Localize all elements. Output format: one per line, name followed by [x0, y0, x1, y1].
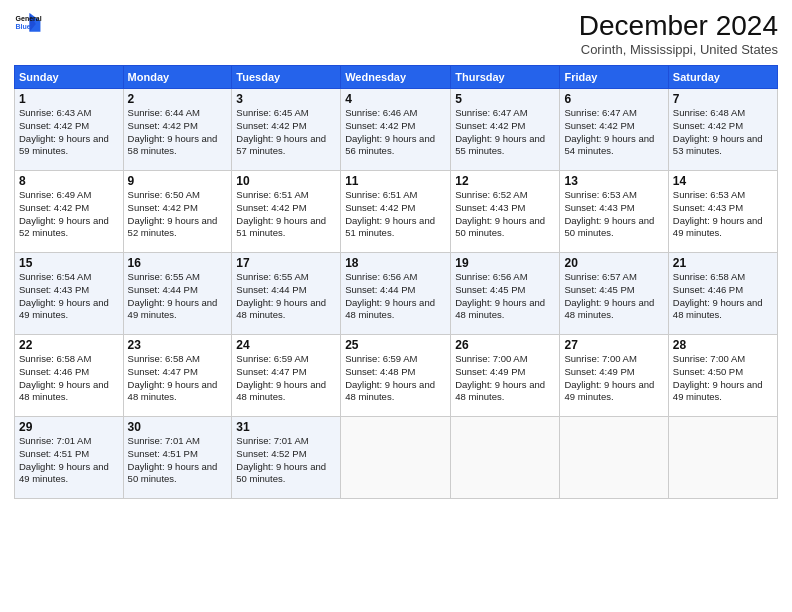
day-info: Sunrise: 7:01 AMSunset: 4:51 PMDaylight:… [128, 435, 228, 486]
calendar-day: 22Sunrise: 6:58 AMSunset: 4:46 PMDayligh… [15, 335, 124, 417]
day-info: Sunrise: 6:54 AMSunset: 4:43 PMDaylight:… [19, 271, 119, 322]
day-info: Sunrise: 6:48 AMSunset: 4:42 PMDaylight:… [673, 107, 773, 158]
weekday-header: Sunday [15, 66, 124, 89]
day-info: Sunrise: 6:58 AMSunset: 4:46 PMDaylight:… [673, 271, 773, 322]
day-number: 5 [455, 92, 555, 106]
day-info: Sunrise: 6:59 AMSunset: 4:47 PMDaylight:… [236, 353, 336, 404]
svg-text:General: General [16, 15, 42, 22]
day-number: 9 [128, 174, 228, 188]
calendar-day [341, 417, 451, 499]
calendar-day: 6Sunrise: 6:47 AMSunset: 4:42 PMDaylight… [560, 89, 668, 171]
day-info: Sunrise: 6:45 AMSunset: 4:42 PMDaylight:… [236, 107, 336, 158]
day-info: Sunrise: 6:55 AMSunset: 4:44 PMDaylight:… [236, 271, 336, 322]
weekday-header: Friday [560, 66, 668, 89]
day-info: Sunrise: 6:43 AMSunset: 4:42 PMDaylight:… [19, 107, 119, 158]
day-number: 25 [345, 338, 446, 352]
day-number: 19 [455, 256, 555, 270]
day-info: Sunrise: 6:56 AMSunset: 4:45 PMDaylight:… [455, 271, 555, 322]
day-number: 6 [564, 92, 663, 106]
day-number: 29 [19, 420, 119, 434]
day-info: Sunrise: 7:01 AMSunset: 4:52 PMDaylight:… [236, 435, 336, 486]
day-info: Sunrise: 7:00 AMSunset: 4:49 PMDaylight:… [455, 353, 555, 404]
day-number: 2 [128, 92, 228, 106]
calendar-day: 4Sunrise: 6:46 AMSunset: 4:42 PMDaylight… [341, 89, 451, 171]
page-subtitle: Corinth, Mississippi, United States [579, 42, 778, 57]
day-number: 26 [455, 338, 555, 352]
calendar-day: 2Sunrise: 6:44 AMSunset: 4:42 PMDaylight… [123, 89, 232, 171]
calendar-day: 30Sunrise: 7:01 AMSunset: 4:51 PMDayligh… [123, 417, 232, 499]
day-info: Sunrise: 7:00 AMSunset: 4:50 PMDaylight:… [673, 353, 773, 404]
day-info: Sunrise: 6:58 AMSunset: 4:46 PMDaylight:… [19, 353, 119, 404]
calendar-day: 20Sunrise: 6:57 AMSunset: 4:45 PMDayligh… [560, 253, 668, 335]
calendar-day [451, 417, 560, 499]
day-info: Sunrise: 6:55 AMSunset: 4:44 PMDaylight:… [128, 271, 228, 322]
day-number: 1 [19, 92, 119, 106]
day-info: Sunrise: 6:57 AMSunset: 4:45 PMDaylight:… [564, 271, 663, 322]
calendar-body: 1Sunrise: 6:43 AMSunset: 4:42 PMDaylight… [15, 89, 778, 499]
calendar-day: 10Sunrise: 6:51 AMSunset: 4:42 PMDayligh… [232, 171, 341, 253]
weekday-header: Thursday [451, 66, 560, 89]
day-info: Sunrise: 7:01 AMSunset: 4:51 PMDaylight:… [19, 435, 119, 486]
day-number: 14 [673, 174, 773, 188]
calendar-week: 22Sunrise: 6:58 AMSunset: 4:46 PMDayligh… [15, 335, 778, 417]
calendar-day: 9Sunrise: 6:50 AMSunset: 4:42 PMDaylight… [123, 171, 232, 253]
day-number: 8 [19, 174, 119, 188]
day-number: 16 [128, 256, 228, 270]
calendar-day: 31Sunrise: 7:01 AMSunset: 4:52 PMDayligh… [232, 417, 341, 499]
logo-icon: General Blue [14, 10, 42, 38]
page-title: December 2024 [579, 10, 778, 42]
calendar-week: 1Sunrise: 6:43 AMSunset: 4:42 PMDaylight… [15, 89, 778, 171]
calendar-day: 29Sunrise: 7:01 AMSunset: 4:51 PMDayligh… [15, 417, 124, 499]
day-number: 4 [345, 92, 446, 106]
calendar-header: SundayMondayTuesdayWednesdayThursdayFrid… [15, 66, 778, 89]
day-number: 11 [345, 174, 446, 188]
day-number: 15 [19, 256, 119, 270]
day-number: 28 [673, 338, 773, 352]
day-info: Sunrise: 6:46 AMSunset: 4:42 PMDaylight:… [345, 107, 446, 158]
day-info: Sunrise: 7:00 AMSunset: 4:49 PMDaylight:… [564, 353, 663, 404]
day-number: 27 [564, 338, 663, 352]
day-info: Sunrise: 6:44 AMSunset: 4:42 PMDaylight:… [128, 107, 228, 158]
page-header: General Blue December 2024 Corinth, Miss… [14, 10, 778, 57]
day-info: Sunrise: 6:50 AMSunset: 4:42 PMDaylight:… [128, 189, 228, 240]
calendar-day: 15Sunrise: 6:54 AMSunset: 4:43 PMDayligh… [15, 253, 124, 335]
calendar-day [560, 417, 668, 499]
day-number: 18 [345, 256, 446, 270]
calendar-day: 16Sunrise: 6:55 AMSunset: 4:44 PMDayligh… [123, 253, 232, 335]
day-info: Sunrise: 6:59 AMSunset: 4:48 PMDaylight:… [345, 353, 446, 404]
calendar-day: 25Sunrise: 6:59 AMSunset: 4:48 PMDayligh… [341, 335, 451, 417]
day-number: 10 [236, 174, 336, 188]
calendar-day: 19Sunrise: 6:56 AMSunset: 4:45 PMDayligh… [451, 253, 560, 335]
day-number: 30 [128, 420, 228, 434]
calendar-day: 28Sunrise: 7:00 AMSunset: 4:50 PMDayligh… [668, 335, 777, 417]
calendar-day: 3Sunrise: 6:45 AMSunset: 4:42 PMDaylight… [232, 89, 341, 171]
calendar-day: 18Sunrise: 6:56 AMSunset: 4:44 PMDayligh… [341, 253, 451, 335]
day-number: 17 [236, 256, 336, 270]
day-number: 13 [564, 174, 663, 188]
calendar-day: 7Sunrise: 6:48 AMSunset: 4:42 PMDaylight… [668, 89, 777, 171]
weekday-row: SundayMondayTuesdayWednesdayThursdayFrid… [15, 66, 778, 89]
svg-text:Blue: Blue [16, 23, 31, 30]
day-number: 31 [236, 420, 336, 434]
day-number: 20 [564, 256, 663, 270]
day-number: 21 [673, 256, 773, 270]
day-number: 12 [455, 174, 555, 188]
calendar-week: 15Sunrise: 6:54 AMSunset: 4:43 PMDayligh… [15, 253, 778, 335]
calendar-week: 8Sunrise: 6:49 AMSunset: 4:42 PMDaylight… [15, 171, 778, 253]
day-info: Sunrise: 6:51 AMSunset: 4:42 PMDaylight:… [236, 189, 336, 240]
day-info: Sunrise: 6:49 AMSunset: 4:42 PMDaylight:… [19, 189, 119, 240]
calendar-week: 29Sunrise: 7:01 AMSunset: 4:51 PMDayligh… [15, 417, 778, 499]
calendar-day: 17Sunrise: 6:55 AMSunset: 4:44 PMDayligh… [232, 253, 341, 335]
day-info: Sunrise: 6:56 AMSunset: 4:44 PMDaylight:… [345, 271, 446, 322]
weekday-header: Saturday [668, 66, 777, 89]
title-block: December 2024 Corinth, Mississippi, Unit… [579, 10, 778, 57]
day-number: 7 [673, 92, 773, 106]
day-info: Sunrise: 6:52 AMSunset: 4:43 PMDaylight:… [455, 189, 555, 240]
calendar-day: 1Sunrise: 6:43 AMSunset: 4:42 PMDaylight… [15, 89, 124, 171]
weekday-header: Monday [123, 66, 232, 89]
calendar-day: 27Sunrise: 7:00 AMSunset: 4:49 PMDayligh… [560, 335, 668, 417]
calendar-day: 8Sunrise: 6:49 AMSunset: 4:42 PMDaylight… [15, 171, 124, 253]
calendar-day: 11Sunrise: 6:51 AMSunset: 4:42 PMDayligh… [341, 171, 451, 253]
logo: General Blue [14, 10, 42, 38]
day-info: Sunrise: 6:47 AMSunset: 4:42 PMDaylight:… [455, 107, 555, 158]
